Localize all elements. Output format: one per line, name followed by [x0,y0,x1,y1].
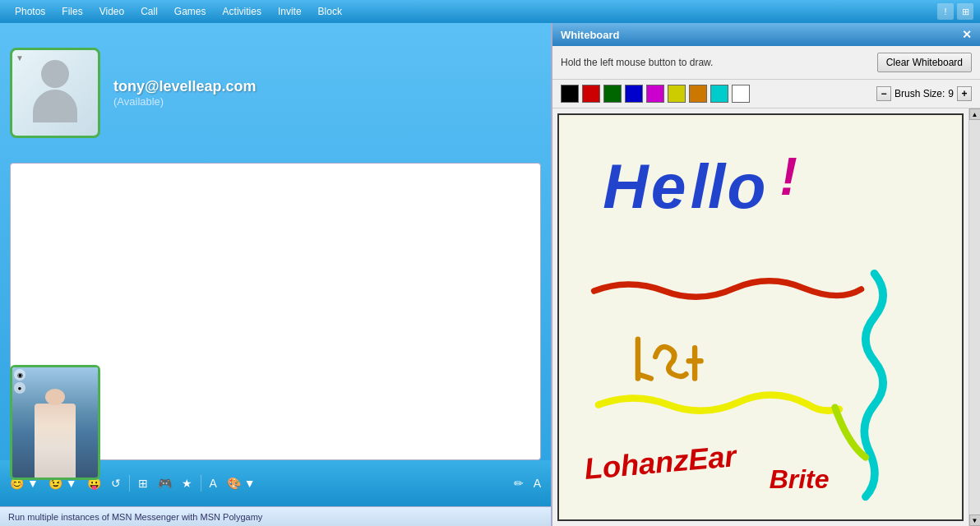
wb-title: Whiteboard [561,29,620,41]
color-blue[interactable] [625,85,643,103]
wb-scroll-up[interactable]: ▲ [969,108,981,120]
wb-close-button[interactable]: ✕ [962,28,972,41]
svg-text:!: ! [779,147,797,206]
menu-games[interactable]: Games [166,2,215,21]
status-text: Run multiple instances of MSN Messenger … [8,512,262,522]
menu-photos[interactable]: Photos [7,2,53,21]
color-btn[interactable]: 🎨 ▼ [224,475,259,491]
menu-invite[interactable]: Invite [270,2,310,21]
main-layout: ▼ tony@levelleap.com (Available) ◉ ● [0,23,980,526]
wb-drawing: H e l l o ! [559,115,962,519]
menu-bar-right: ! ⊞ [937,3,973,20]
history-btn[interactable]: ↺ [108,475,124,491]
brush-increase-button[interactable]: + [957,86,972,101]
text-size-btn[interactable]: A [530,475,544,491]
preview-head [45,389,65,405]
menu-call[interactable]: Call [132,2,166,21]
color-red[interactable] [582,85,600,103]
menu-video[interactable]: Video [91,2,132,21]
wb-content-row: H e l l o ! [552,108,980,526]
avatar [26,60,84,126]
clear-whiteboard-button[interactable]: Clear Whiteboard [877,53,972,72]
wb-canvas[interactable]: H e l l o ! [557,113,964,521]
separator-1 [129,475,130,491]
svg-text:e: e [651,151,686,221]
wb-scroll-down[interactable]: ▼ [969,514,981,526]
svg-text:l: l [708,151,727,221]
cam-icon-2[interactable]: ● [14,382,25,394]
wb-instruction: Hold the left mouse button to draw. [561,57,871,68]
brush-decrease-button[interactable]: − [876,86,891,101]
games-btn[interactable]: 🎮 [155,475,175,491]
color-cyan[interactable] [710,85,728,103]
wb-scrollbar[interactable]: ▲ ▼ [968,108,980,526]
bg-btn[interactable]: ⊞ [135,475,151,491]
wb-toolbar: Hold the left mouse button to draw. Clea… [552,46,980,80]
svg-text:o: o [728,151,766,221]
settings-icon[interactable]: ⊞ [957,3,973,20]
brush-size-control: − Brush Size: 9 + [876,86,972,101]
svg-text:l: l [691,151,710,221]
svg-text:Brite: Brite [770,464,830,494]
menu-activities[interactable]: Activities [215,2,270,21]
cam-icon-1[interactable]: ◉ [14,369,25,381]
color-magenta[interactable] [646,85,664,103]
color-yellow[interactable] [668,85,686,103]
svg-text:LohanzEar: LohanzEar [583,439,739,486]
contact-header: ▼ tony@levelleap.com (Available) [0,23,551,163]
avatar-head [41,60,69,88]
wb-title-bar: Whiteboard ✕ [552,23,980,46]
color-orange[interactable] [689,85,707,103]
contact-status: (Available) [113,95,257,108]
svg-text:H: H [603,151,649,221]
avatar-dropdown-icon[interactable]: ▼ [16,53,24,62]
contact-preview: ◉ ● [10,365,100,480]
preview-figure [35,404,76,478]
menu-files[interactable]: Files [53,2,90,21]
activities-btn[interactable]: ★ [178,475,196,491]
color-dark-green[interactable] [603,85,622,103]
alert-icon[interactable]: ! [937,3,954,20]
pencil-btn[interactable]: ✏ [511,475,527,491]
menu-block[interactable]: Block [310,2,350,21]
contact-info: tony@levelleap.com (Available) [113,78,257,108]
avatar-container: ▼ [10,48,100,138]
whiteboard-panel: Whiteboard ✕ Hold the left mouse button … [551,23,980,526]
left-panel: ▼ tony@levelleap.com (Available) ◉ ● [0,23,551,526]
cam-icons: ◉ ● [14,369,25,394]
brush-size-value: 9 [948,88,954,99]
avatar-body [33,90,77,122]
color-white[interactable] [732,85,750,103]
separator-2 [201,475,201,491]
menu-bar: Photos Files Video Call Games Activities… [0,0,980,23]
toolbar-right: ✏ A [511,475,544,491]
color-black[interactable] [561,85,579,103]
contact-email: tony@levelleap.com [113,78,257,95]
wb-color-row: − Brush Size: 9 + [552,80,980,108]
status-bar: Run multiple instances of MSN Messenger … [0,506,551,526]
font-btn[interactable]: A [206,475,220,491]
brush-size-label: Brush Size: [894,88,945,99]
